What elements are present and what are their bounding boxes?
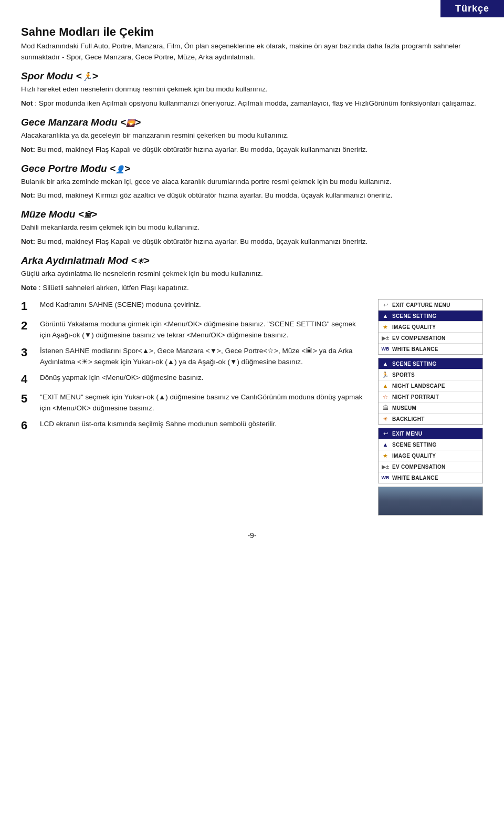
museum-icon: 🏛	[381, 404, 390, 412]
panel-2: ▲ SCENE SETTING 🏃 SPORTS ▲ NIGHT LANDSCA…	[378, 358, 483, 425]
panel1-label-wb: WHITE BALANCE	[392, 346, 438, 352]
section-header-gece-portre: Gece Portre Modu <👤>	[21, 163, 483, 174]
star-icon-2: ★	[381, 451, 390, 460]
panel2-label-scene-setting: SCENE SETTING	[392, 361, 436, 367]
ev-icon-2: ▶±	[381, 462, 390, 471]
step-num-5: 5	[21, 391, 40, 407]
panel3-label-ev-comp: EV COMPENSATION	[392, 464, 446, 470]
step-content-5: "EXIT MENU" seçmek için Yukarı-ok (▲) dü…	[40, 391, 368, 414]
section-body-muze: Dahili mekanlarda resim çekmek için bu m…	[21, 222, 483, 233]
content-with-sidebar: 1 Mod Kadranını SAHNE (SCENE) moduna çev…	[21, 299, 483, 515]
triangle-icon-3: ▲	[381, 440, 390, 449]
night-landscape-icon: ▲	[381, 381, 390, 390]
panel1-label-image-quality: IMAGE QUALITY	[392, 324, 436, 330]
triangle-icon-1: ▲	[381, 312, 390, 320]
star-icon-1: ★	[381, 323, 390, 331]
panel2-header: ▲ SCENE SETTING	[379, 358, 482, 369]
panel1-row-wb: WB WHITE BALANCE	[379, 344, 482, 354]
section-header-spor: Spor Modu <🏃>	[21, 70, 483, 82]
step-content-3: İstenen SAHNE modlarını Spor<▲>, Gece Ma…	[40, 345, 368, 368]
step-6: 6 LCD ekranın üst-orta kısmında seçilmiş…	[21, 418, 368, 434]
step-5: 5 "EXIT MENU" seçmek için Yukarı-ok (▲) …	[21, 391, 368, 414]
step-num-6: 6	[21, 418, 40, 434]
page-wrapper: Türkçe Sahne Modları ile Çekim Mod Kadra…	[0, 0, 504, 561]
panel1-row-image-quality: ★ IMAGE QUALITY	[379, 322, 482, 333]
panel2-row-museum: 🏛 MUSEUM	[379, 403, 482, 414]
ev-icon-1: ▶±	[381, 334, 390, 342]
note-muze: Not: Bu mod, makineyi Flaş Kapalı ve düş…	[21, 236, 483, 247]
lang-badge: Türkçe	[440, 0, 504, 17]
step-content-6: LCD ekranın üst-orta kısmında seçilmiş S…	[40, 418, 368, 430]
panel3-row-scene-setting: ▲ SCENE SETTING	[379, 439, 482, 450]
panel2-label-night-portrait: NIGHT PORTRAIT	[392, 394, 439, 400]
panel3-label-scene-setting: SCENE SETTING	[392, 442, 436, 448]
panel3-label-wb: WHITE BALANCE	[392, 475, 438, 481]
step-num-2: 2	[21, 318, 40, 334]
panel2-row-sports: 🏃 SPORTS	[379, 369, 482, 380]
arrow-icon-2: ↩	[381, 429, 390, 438]
note-spor: Not : Spor modunda iken Açılmalı opsiyon…	[21, 98, 483, 109]
arrow-icon-1: ↩	[381, 301, 390, 309]
panel2-label-night-landscape: NIGHT LANDSCAPE	[392, 383, 445, 389]
main-content: 1 Mod Kadranını SAHNE (SCENE) moduna çev…	[21, 299, 368, 515]
step-2: 2 Görüntü Yakalama moduna girmek için <M…	[21, 318, 368, 341]
step-num-1: 1	[21, 299, 40, 314]
step-num-3: 3	[21, 345, 40, 360]
section-body-gece-manzara: Alacakaranlıkta ya da geceleyin bir manz…	[21, 130, 483, 141]
panel1-label-exit-capture: EXIT CAPTURE MENU	[392, 302, 450, 308]
sports-icon: 🏃	[381, 370, 390, 379]
panel1-row-ev-comp: ▶± EV COMPENSATION	[379, 333, 482, 344]
note-arka: Note : Silüetli sahneleri alırken, lütfe…	[21, 283, 483, 294]
panel2-label-museum: MUSEUM	[392, 405, 416, 411]
section-header-arka: Arka Aydınlatmalı Mod <☀>	[21, 255, 483, 266]
step-4: 4 Dönüş yapmak için <Menu/OK> düğmesine …	[21, 372, 368, 387]
page-title: Sahne Modları ile Çekim	[21, 25, 483, 39]
page-number: -9-	[21, 531, 483, 540]
step-num-4: 4	[21, 372, 40, 387]
section-body-spor: Hızlı hareket eden nesnelerin donmuş res…	[21, 84, 483, 95]
panel3-label-exit-menu: EXIT MENU	[392, 431, 422, 437]
panel-3: ↩ EXIT MENU ▲ SCENE SETTING ★ IMAGE QUAL…	[378, 428, 483, 483]
panel1-row-scene-setting: ▲ SCENE SETTING	[379, 311, 482, 322]
note-gece-portre: Not: Bu mod, makineyi Kırmızı göz azaltı…	[21, 190, 483, 201]
note-gece-manzara: Not: Bu mod, makineyi Flaş Kapalı ve düş…	[21, 145, 483, 156]
panel2-label-sports: SPORTS	[392, 372, 415, 378]
panel3-row-wb: WB WHITE BALANCE	[379, 472, 482, 483]
panel1-label-ev-comp: EV COMPENSATION	[392, 335, 446, 341]
panel2-row-night-portrait: ☆ NIGHT PORTRAIT	[379, 391, 482, 403]
night-portrait-icon: ☆	[381, 393, 390, 401]
step-content-1: Mod Kadranını SAHNE (SCENE) moduna çevir…	[40, 299, 368, 311]
photo-panel	[378, 487, 483, 515]
panel3-label-image-quality: IMAGE QUALITY	[392, 453, 436, 459]
panel2-row-backlight: ☀ BACKLIGHT	[379, 414, 482, 424]
panel2-label-backlight: BACKLIGHT	[392, 416, 425, 422]
panel1-label-scene-setting: SCENE SETTING	[392, 313, 436, 319]
intro-text: Mod Kadranındaki Full Auto, Portre, Manz…	[21, 41, 483, 63]
step-content-2: Görüntü Yakalama moduna girmek için <Men…	[40, 318, 368, 341]
triangle-icon-2: ▲	[381, 359, 390, 368]
step-1: 1 Mod Kadranını SAHNE (SCENE) moduna çev…	[21, 299, 368, 314]
photo-gradient	[379, 487, 482, 515]
backlight-icon: ☀	[381, 415, 390, 423]
wb-icon-1: WB	[381, 345, 390, 353]
panel2-row-night-landscape: ▲ NIGHT LANDSCAPE	[379, 380, 482, 391]
panel3-row-exit-menu: ↩ EXIT MENU	[379, 428, 482, 439]
section-body-gece-portre: Bulanık bir arka zeminde mekan içi, gece…	[21, 177, 483, 188]
section-header-muze: Müze Modu <🏛>	[21, 209, 483, 220]
panel3-row-image-quality: ★ IMAGE QUALITY	[379, 450, 482, 461]
steps-area: 1 Mod Kadranını SAHNE (SCENE) moduna çev…	[21, 299, 368, 437]
panel-1: ↩ EXIT CAPTURE MENU ▲ SCENE SETTING ★ IM…	[378, 299, 483, 355]
panel1-row-exit-capture: ↩ EXIT CAPTURE MENU	[379, 300, 482, 311]
sidebar-panels: ↩ EXIT CAPTURE MENU ▲ SCENE SETTING ★ IM…	[378, 299, 483, 515]
step-3: 3 İstenen SAHNE modlarını Spor<▲>, Gece …	[21, 345, 368, 368]
section-body-arka: Güçlü arka aydınlatma ile nesnelerin res…	[21, 269, 483, 280]
panel3-row-ev-comp: ▶± EV COMPENSATION	[379, 461, 482, 472]
wb-icon-2: WB	[381, 473, 390, 482]
step-content-4: Dönüş yapmak için <Menu/OK> düğmesine ba…	[40, 372, 368, 384]
section-header-gece-manzara: Gece Manzara Modu <🌄>	[21, 117, 483, 128]
